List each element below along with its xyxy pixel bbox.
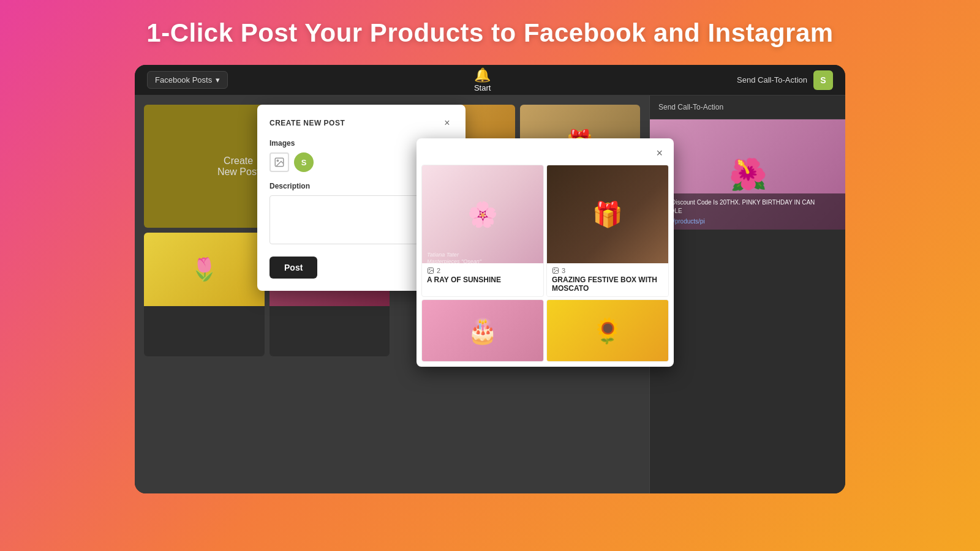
app-window: Facebook Posts ▾ 🔔 Start Send Call-To-Ac… <box>135 65 845 493</box>
post-button[interactable]: Post <box>270 257 317 279</box>
modal-close-button[interactable]: × <box>441 117 453 129</box>
svg-point-6 <box>554 269 556 271</box>
right-panel-overlay: Your Discount Code Is 20THX. PINKY BIRTH… <box>650 193 845 230</box>
shopify-products-badge[interactable]: S <box>294 152 314 172</box>
cta-label: Send Call-To-Action <box>737 75 807 84</box>
product-1-watermark: Tatiana TaterMasterpieces "Osean" <box>427 252 481 266</box>
chevron-down-icon: ▾ <box>216 75 220 84</box>
products-grid: Tatiana TaterMasterpieces "Osean" 2 A RA… <box>417 162 674 367</box>
products-modal: × Tatiana TaterMasterpieces "Osean" 2 A … <box>417 138 674 367</box>
right-panel-image: 🌺 Your Discount Code Is 20THX. PINKY BIR… <box>650 119 845 230</box>
create-new-post-card[interactable]: Create New Post <box>144 105 265 228</box>
headline: 1-Click Post Your Products to Facebook a… <box>146 18 833 48</box>
facebook-posts-dropdown[interactable]: Facebook Posts ▾ <box>147 71 228 89</box>
create-new-label: Create New Post <box>217 156 260 178</box>
post-card-5: 🌷 <box>144 233 265 356</box>
link-text: y.com/products/pi <box>657 218 838 225</box>
product-2-name: GRAZING FESTIVE BOX WITH MOSCATO <box>552 276 663 293</box>
shopify-icon: S <box>813 70 833 90</box>
header-left: Facebook Posts ▾ <box>147 71 228 89</box>
svg-point-4 <box>429 269 431 271</box>
app-content: Create New Post 🌸 Comment 200FF to get t… <box>135 96 845 493</box>
right-panel: Send Call-To-Action 🌺 Your Discount Code… <box>649 96 845 493</box>
product-item-3[interactable] <box>421 299 544 362</box>
products-modal-close[interactable]: × <box>651 144 668 162</box>
start-label: Start <box>474 83 491 92</box>
modal-title: CREATE NEW POST <box>270 119 345 127</box>
product-item-1[interactable]: Tatiana TaterMasterpieces "Osean" 2 A RA… <box>421 165 544 297</box>
products-modal-header: × <box>417 138 674 162</box>
bell-icon: 🔔 <box>474 67 491 83</box>
discount-text: Your Discount Code Is 20THX. PINKY BIRTH… <box>657 198 838 216</box>
image-placeholder-icon[interactable] <box>270 152 289 172</box>
product-2-count: 3 <box>552 267 663 274</box>
product-1-name: A RAY OF SUNSHINE <box>427 276 538 284</box>
header-right: Send Call-To-Action S <box>737 70 833 90</box>
right-panel-header: Send Call-To-Action <box>650 96 845 119</box>
product-item-4[interactable] <box>546 299 669 362</box>
modal-header: CREATE NEW POST × <box>270 117 453 129</box>
header-center: 🔔 Start <box>474 67 491 92</box>
app-header: Facebook Posts ▾ 🔔 Start Send Call-To-Ac… <box>135 65 845 96</box>
cta-header-label: Send Call-To-Action <box>658 103 723 111</box>
product-1-count: 2 <box>427 267 538 274</box>
dropdown-label: Facebook Posts <box>155 75 212 84</box>
product-item-2[interactable]: 3 GRAZING FESTIVE BOX WITH MOSCATO <box>546 165 669 297</box>
svg-point-1 <box>277 160 278 161</box>
